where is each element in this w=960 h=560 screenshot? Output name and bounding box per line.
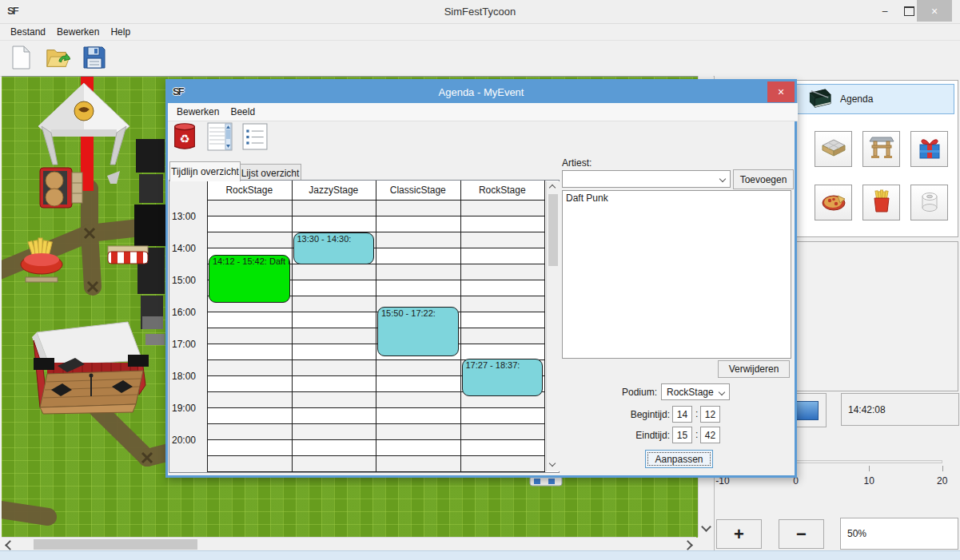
remove-artist-button[interactable]: Verwijderen bbox=[718, 360, 790, 378]
schedule-event[interactable]: 17:27 - 18:37: bbox=[462, 359, 544, 396]
time-separator: : bbox=[695, 408, 698, 419]
menu-item-bewerken[interactable]: Bewerken bbox=[171, 106, 225, 117]
dialog-title-bar[interactable]: SF Agenda - MyEvent bbox=[168, 81, 795, 103]
grid-line bbox=[292, 181, 293, 472]
begin-minute-input[interactable]: 12 bbox=[700, 406, 720, 423]
delete-bin-icon: ♻ bbox=[172, 122, 197, 153]
shop-item-fries[interactable] bbox=[862, 185, 900, 220]
zoom-out-button[interactable]: − bbox=[779, 519, 824, 549]
map-horizontal-scrollbar[interactable] bbox=[2, 537, 696, 551]
zoom-level-display: 50% bbox=[840, 518, 958, 550]
clock-value: 14:42:08 bbox=[848, 404, 886, 415]
stage-column-header: ClassicStage bbox=[376, 181, 460, 201]
shop-item-gate[interactable] bbox=[862, 131, 900, 167]
gate-icon bbox=[869, 135, 894, 163]
gift-icon bbox=[917, 135, 942, 163]
slider-tick-label: 20 bbox=[937, 475, 947, 487]
slider-tick bbox=[869, 466, 870, 471]
save-icon bbox=[82, 45, 107, 73]
save-button[interactable] bbox=[80, 44, 109, 73]
artist-label: Artiest: bbox=[562, 157, 592, 169]
time-gutter: 13:0014:0015:0016:0017:0018:0019:0020:00 bbox=[169, 181, 207, 472]
app-title: SimFestTycoon bbox=[0, 6, 960, 18]
scroll-down-icon[interactable] bbox=[701, 522, 711, 532]
chevron-down-icon bbox=[719, 176, 726, 182]
shop-item-toilet-paper[interactable] bbox=[910, 185, 948, 220]
dialog-toolbar: ♻ bbox=[169, 123, 489, 158]
minimize-button[interactable]: – bbox=[873, 0, 897, 22]
button-label: Verwijderen bbox=[729, 363, 779, 375]
dialog-title: Agenda - MyEvent bbox=[168, 86, 795, 98]
toilet-paper-icon bbox=[917, 189, 942, 216]
details-view-icon bbox=[207, 122, 233, 153]
timeline-panel: 13:0014:0015:0016:0017:0018:0019:0020:00… bbox=[169, 180, 560, 473]
scrollbar-thumb[interactable] bbox=[34, 539, 197, 550]
main-stage bbox=[32, 322, 149, 414]
shop-item-gift[interactable] bbox=[910, 131, 948, 167]
podium-value: RockStage bbox=[667, 387, 714, 398]
time-separator: : bbox=[695, 429, 698, 440]
shop-item-pizza[interactable] bbox=[815, 185, 852, 220]
menu-item-bewerken[interactable]: Bewerken bbox=[51, 26, 105, 38]
maximize-icon bbox=[904, 6, 914, 16]
schedule-event[interactable]: 15:50 - 17:22: bbox=[377, 307, 459, 355]
podium-select[interactable]: RockStage bbox=[661, 383, 730, 400]
artist-combobox[interactable] bbox=[562, 170, 731, 188]
tab-label: Tijdlijn overzicht bbox=[171, 166, 239, 177]
add-artist-button[interactable]: Toevoegen bbox=[733, 169, 794, 189]
scroll-down-icon[interactable] bbox=[549, 460, 556, 467]
begin-hour-input[interactable]: 14 bbox=[672, 406, 692, 423]
tab-tijdlijn-overzicht[interactable]: Tijdlijn overzicht bbox=[169, 161, 241, 181]
slider-tick-label: 10 bbox=[864, 475, 874, 487]
button-label: Toevoegen bbox=[740, 174, 787, 185]
floor-tile-icon bbox=[821, 135, 846, 163]
status-bar bbox=[0, 550, 960, 560]
dialog-close-button[interactable]: × bbox=[767, 81, 795, 102]
schedule-event[interactable]: 13:30 - 14:30: bbox=[293, 232, 375, 264]
dialog-menu-bar: BewerkenBeeld bbox=[168, 103, 798, 121]
new-document-icon bbox=[8, 45, 34, 73]
open-folder-button[interactable] bbox=[43, 44, 72, 73]
scroll-right-icon[interactable] bbox=[683, 540, 693, 550]
end-time-label: Eindtijd: bbox=[601, 430, 670, 441]
tab-label: Lijst overzicht bbox=[241, 168, 300, 179]
end-hour-input[interactable]: 15 bbox=[672, 427, 692, 443]
scrollbar-corner bbox=[698, 537, 712, 550]
zoom-in-button[interactable]: + bbox=[716, 519, 762, 549]
striped-booth bbox=[108, 246, 148, 264]
new-document-button[interactable] bbox=[6, 44, 35, 73]
list-view-button[interactable] bbox=[240, 123, 270, 153]
stage-column-header: JazzyStage bbox=[292, 181, 376, 201]
menu-item-beeld[interactable]: Beeld bbox=[225, 106, 261, 117]
agenda-dialog: SF Agenda - MyEvent × BewerkenBeeld ♻ Ti… bbox=[165, 79, 797, 478]
schedule-scrollbar[interactable] bbox=[546, 181, 560, 471]
menu-item-help[interactable]: Help bbox=[105, 26, 136, 38]
close-button[interactable]: × bbox=[917, 0, 952, 22]
slider-tick bbox=[942, 466, 943, 471]
grid-line bbox=[544, 181, 545, 472]
artist-list-item[interactable]: Daft Punk bbox=[566, 193, 787, 204]
delete-bin-button[interactable]: ♻ bbox=[169, 123, 200, 153]
shop-item-floor-tile[interactable] bbox=[815, 131, 852, 167]
burger-stand bbox=[40, 168, 82, 208]
details-view-button[interactable] bbox=[205, 123, 235, 153]
scroll-up-icon[interactable] bbox=[549, 185, 556, 191]
play-icon bbox=[796, 401, 819, 420]
menu-item-bestand[interactable]: Bestand bbox=[5, 26, 51, 38]
hour-label: 18:00 bbox=[172, 371, 196, 382]
schedule-event[interactable]: 14:12 - 15:42: Daft Punk bbox=[209, 255, 290, 303]
list-view-icon bbox=[242, 122, 268, 153]
scroll-left-icon[interactable] bbox=[5, 540, 15, 550]
stage-column-header: RockStage bbox=[460, 181, 545, 201]
hour-label: 16:00 bbox=[172, 307, 196, 318]
end-minute-input[interactable]: 42 bbox=[700, 427, 720, 443]
tab-lijst-overzicht[interactable]: Lijst overzicht bbox=[239, 164, 301, 181]
hour-label: 17:00 bbox=[172, 339, 196, 350]
svg-text:♻: ♻ bbox=[179, 133, 189, 145]
sidebar-item-label: Agenda bbox=[840, 93, 873, 105]
apply-button[interactable]: Aanpassen bbox=[645, 450, 713, 468]
hour-label: 15:00 bbox=[172, 275, 196, 286]
artist-listbox[interactable]: Daft Punk bbox=[562, 190, 791, 359]
agenda-book-icon bbox=[807, 88, 833, 113]
scrollbar-thumb[interactable] bbox=[548, 194, 558, 266]
